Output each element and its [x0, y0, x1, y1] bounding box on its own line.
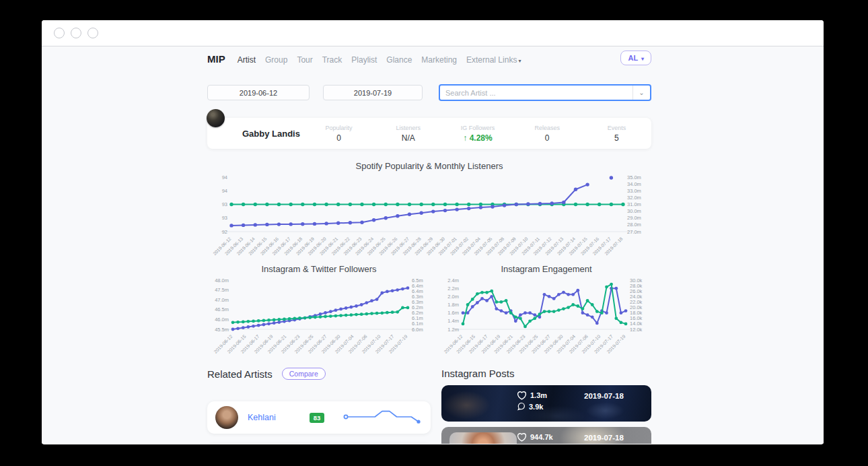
svg-text:1.8m: 1.8m [447, 302, 459, 308]
window-titlebar [42, 20, 824, 46]
nav-item-external-links[interactable]: External Links▾ [466, 55, 521, 65]
top-navbar: MIP ArtistGroupTourTrackPlaylistGlanceMa… [207, 53, 651, 65]
followers-chart-title: Instagram & Twitter Followers [207, 264, 431, 274]
heart-icon [517, 391, 527, 400]
stat-label: Events [582, 125, 651, 131]
svg-text:34.0m: 34.0m [627, 181, 641, 187]
stat-label: IG Followers [443, 125, 512, 131]
related-artist-card-nicki-minaj[interactable]: Nicki Minaj92 [207, 443, 431, 444]
svg-text:12.0k: 12.0k [630, 327, 643, 333]
nav-items: ArtistGroupTourTrackPlaylistGlanceMarket… [238, 53, 531, 65]
compare-button[interactable]: Compare [282, 368, 326, 380]
stat-label: Releases [513, 125, 582, 131]
svg-text:29.0m: 29.0m [627, 215, 641, 221]
nav-item-glance[interactable]: Glance [386, 55, 412, 65]
stat-value: 5 [582, 133, 651, 143]
window-close-button[interactable] [54, 28, 65, 38]
post-date: 2019-07-18 [584, 434, 624, 442]
followers-chart-section: Instagram & Twitter Followers 48.0m47.5m… [207, 264, 431, 367]
popularity-sparkline [343, 407, 423, 428]
brand-logo[interactable]: MIP [207, 53, 225, 65]
svg-text:31.0m: 31.0m [627, 201, 641, 207]
svg-text:47.5m: 47.5m [215, 287, 229, 293]
post-stats: 1.3m3.9k [517, 391, 547, 413]
followers-chart: 48.0m47.5m47.0m46.5m46.0m45.5m6.5m6.4m6.… [207, 275, 431, 367]
svg-text:46.0m: 46.0m [215, 317, 229, 323]
stat-ig-followers: IG Followers↑ 4.28% [443, 125, 512, 143]
nav-item-playlist[interactable]: Playlist [351, 55, 377, 65]
svg-text:27.0m: 27.0m [627, 229, 641, 235]
svg-text:33.0m: 33.0m [627, 188, 641, 194]
date-to-input[interactable] [323, 85, 423, 100]
svg-text:32.0m: 32.0m [627, 195, 641, 201]
svg-text:93: 93 [222, 215, 227, 221]
related-artists-header: Related Artists Compare [207, 368, 431, 380]
stat-value: 0 [513, 133, 582, 143]
instagram-twitter-followers-plot: 48.0m47.5m47.0m46.5m46.0m45.5m6.5m6.4m6.… [207, 275, 431, 364]
svg-text:47.0m: 47.0m [215, 297, 229, 303]
svg-text:2.4m: 2.4m [447, 277, 459, 284]
secondary-charts-row: Instagram & Twitter Followers 48.0m47.5m… [207, 264, 651, 367]
nav-item-marketing[interactable]: Marketing [421, 55, 457, 65]
engagement-chart-title: Instagram Engagement [441, 264, 651, 274]
related-artists-list: Kehlani83Nicki Minaj92 [207, 401, 431, 444]
svg-text:1.4m: 1.4m [447, 318, 459, 324]
svg-text:30.0m: 30.0m [627, 208, 641, 214]
caret-down-icon: ▾ [518, 58, 521, 64]
filter-bar: ⌄ [207, 84, 651, 101]
related-artist-name[interactable]: Kehlani [248, 413, 310, 422]
date-from-input[interactable] [207, 85, 310, 100]
instagram-post-card[interactable]: 1.3m3.9k2019-07-18 [441, 385, 651, 422]
window-minimize-button[interactable] [71, 28, 81, 38]
stat-popularity: Popularity0 [304, 125, 373, 143]
svg-text:48.0m: 48.0m [215, 277, 229, 284]
artist-summary-card: Gabby Landis Popularity0ListenersN/AIG F… [207, 118, 651, 149]
spotify-chart-section: Spotify Popularity & Monthly Listeners 9… [207, 161, 651, 276]
nav-item-group[interactable]: Group [265, 55, 287, 65]
stat-value: N/A [373, 133, 443, 143]
svg-text:2.2m: 2.2m [447, 286, 459, 292]
related-artist-avatar [215, 406, 238, 429]
page-content: MIP ArtistGroupTourTrackPlaylistGlanceMa… [42, 46, 824, 444]
chevron-down-icon[interactable]: ⌄ [632, 86, 650, 100]
post-thumbnail [449, 432, 517, 444]
spotify-chart: 949493939235.0m34.0m33.0m32.0m31.0m30.0m… [207, 172, 651, 276]
stat-label: Listeners [373, 125, 443, 131]
caret-down-icon: ▾ [641, 56, 644, 62]
stat-events: Events5 [582, 125, 651, 143]
nav-item-artist[interactable]: Artist [238, 55, 256, 65]
svg-text:92: 92 [222, 229, 227, 235]
up-arrow-icon: ↑ [463, 133, 469, 143]
comment-icon [517, 402, 526, 411]
post-likes: 944.7k [517, 432, 553, 442]
svg-text:94: 94 [222, 174, 227, 180]
svg-text:45.5m: 45.5m [215, 327, 229, 333]
window-maximize-button[interactable] [87, 28, 98, 38]
nav-item-track[interactable]: Track [322, 55, 342, 65]
svg-text:1.6m: 1.6m [447, 310, 459, 316]
related-artists-section: Related Artists Compare Kehlani83Nicki M… [207, 368, 431, 444]
svg-text:93: 93 [222, 201, 227, 207]
search-artist-input[interactable] [440, 89, 632, 97]
engagement-chart-section: Instagram Engagement 2.4m2.2m2.0m1.8m1.6… [441, 264, 651, 367]
svg-text:46.5m: 46.5m [215, 306, 229, 312]
bottom-row: Related Artists Compare Kehlani83Nicki M… [207, 368, 651, 444]
artist-stats: Popularity0ListenersN/AIG Followers↑ 4.2… [304, 125, 651, 143]
related-artists-title: Related Artists [207, 368, 273, 380]
stat-value: ↑ 4.28% [443, 133, 512, 143]
stat-listeners: ListenersN/A [373, 125, 443, 143]
instagram-posts-section: Instagram Posts 1.3m3.9k2019-07-18944.7k… [441, 368, 651, 444]
svg-text:28.0m: 28.0m [627, 222, 641, 228]
post-likes: 1.3m [517, 391, 547, 400]
svg-text:35.0m: 35.0m [627, 174, 641, 180]
artist-avatar [207, 109, 225, 127]
instagram-posts-title: Instagram Posts [441, 368, 651, 379]
account-menu-button[interactable]: AL ▾ [620, 51, 651, 65]
instagram-post-card[interactable]: 944.7k2019-07-18 [441, 427, 651, 444]
spotify-popularity-listeners-plot: 949493939235.0m34.0m33.0m32.0m31.0m30.0m… [207, 172, 651, 273]
nav-item-tour[interactable]: Tour [297, 55, 312, 65]
svg-text:94: 94 [222, 188, 227, 194]
post-date: 2019-07-18 [584, 392, 624, 400]
heart-icon [517, 432, 527, 442]
related-artist-card-kehlani[interactable]: Kehlani83 [207, 401, 431, 434]
